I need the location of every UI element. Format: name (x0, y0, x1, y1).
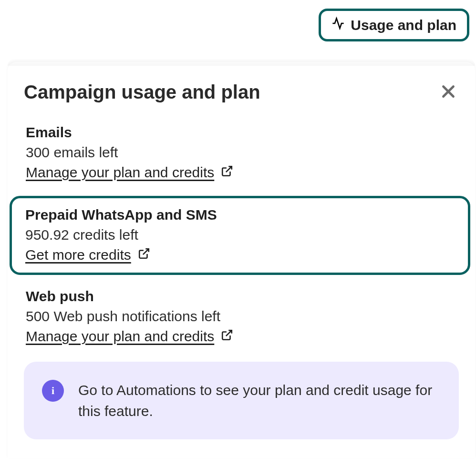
svg-line-2 (226, 166, 232, 172)
svg-line-3 (143, 249, 149, 254)
info-text: Go to Automations to see your plan and c… (78, 380, 440, 421)
external-link-icon (221, 164, 233, 181)
external-link-icon (221, 328, 233, 345)
usage-and-plan-label: Usage and plan (351, 17, 456, 33)
info-box: i Go to Automations to see your plan and… (24, 362, 459, 439)
manage-plan-link-emails[interactable]: Manage your plan and credits (26, 164, 233, 181)
close-button[interactable] (438, 81, 459, 103)
svg-line-4 (226, 330, 232, 336)
manage-plan-link-emails-text: Manage your plan and credits (26, 164, 214, 181)
get-more-credits-link[interactable]: Get more credits (25, 247, 150, 263)
manage-plan-link-webpush[interactable]: Manage your plan and credits (26, 328, 233, 345)
section-whatsapp-sms: Prepaid WhatsApp and SMS 950.92 credits … (10, 196, 470, 275)
close-icon (440, 94, 457, 102)
usage-and-plan-button[interactable]: Usage and plan (319, 9, 469, 41)
activity-icon (331, 17, 345, 33)
panel-title: Campaign usage and plan (24, 81, 260, 103)
section-emails: Emails 300 emails left Manage your plan … (24, 124, 459, 181)
manage-plan-link-webpush-text: Manage your plan and credits (26, 328, 214, 345)
campaign-usage-panel: Campaign usage and plan Emails 300 email… (8, 62, 475, 458)
section-whatsapp-sms-value: 950.92 credits left (25, 227, 455, 243)
info-icon: i (42, 380, 64, 402)
get-more-credits-link-text: Get more credits (25, 247, 131, 263)
section-emails-title: Emails (26, 124, 457, 141)
section-emails-value: 300 emails left (26, 144, 457, 161)
section-web-push-value: 500 Web push notifications left (26, 308, 457, 325)
section-whatsapp-sms-title: Prepaid WhatsApp and SMS (25, 207, 455, 223)
panel-header: Campaign usage and plan (24, 81, 459, 103)
section-web-push-title: Web push (26, 288, 457, 305)
external-link-icon (138, 247, 150, 263)
section-web-push: Web push 500 Web push notifications left… (24, 288, 459, 345)
